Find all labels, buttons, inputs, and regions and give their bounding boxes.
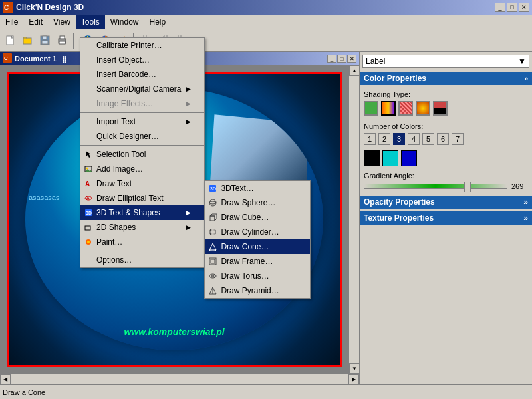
close-button[interactable]: ✕ [519, 3, 529, 12]
svg-rect-5 [23, 37, 27, 39]
right-panel: Label ▼ Color Properties » Shading Type:… [359, 52, 532, 384]
slider-thumb[interactable] [464, 182, 471, 192]
num-color-2[interactable]: 2 [378, 133, 390, 145]
texture-props-arrow: » [523, 213, 528, 223]
submenu-frame[interactable]: Draw Frame… [205, 254, 310, 269]
scroll-right-button[interactable]: ▶ [348, 374, 359, 385]
swatch-cyan[interactable] [382, 150, 398, 166]
scroll-up-button[interactable]: ▲ [349, 65, 359, 76]
menu-add-image[interactable]: Add Image… [80, 162, 204, 176]
shading-gradient[interactable] [381, 101, 396, 116]
menu-draw-elliptical[interactable]: A Draw Elliptical Text [80, 191, 204, 205]
maximize-button[interactable]: □ [507, 3, 517, 12]
shading-texture[interactable] [398, 101, 413, 116]
sphere-icon [207, 198, 218, 208]
minimize-button[interactable]: _ [495, 3, 505, 12]
scrollbar-bottom[interactable]: ◀ ▶ [0, 374, 359, 384]
menu-3d-text[interactable]: 3D 3D Text & Shapes ▶ [80, 205, 204, 220]
open-button[interactable] [20, 33, 36, 49]
scroll-track-bottom[interactable] [11, 374, 348, 384]
3d-text-icon: 3D [83, 207, 94, 218]
swatch-blue[interactable] [401, 150, 417, 166]
submenu-torus-label: Draw Torus… [221, 271, 269, 281]
selection-tool-icon [83, 149, 94, 160]
menu-selection-tool[interactable]: Selection Tool [80, 147, 204, 162]
submenu-torus[interactable]: Draw Torus… [205, 269, 310, 283]
menu-insert-barcode[interactable]: Insert Barcode… [80, 67, 204, 82]
color-props-content: Shading Type: Number of Colors: 1 2 3 4 … [360, 86, 532, 194]
print-button[interactable] [55, 33, 70, 49]
num-colors-label: Number of Colors: [364, 122, 528, 130]
doc-grip: ⣿ [62, 55, 66, 63]
menu-tools[interactable]: Tools [76, 15, 105, 29]
svg-text:3D: 3D [210, 186, 216, 191]
scroll-track-right[interactable] [349, 76, 359, 363]
menu-options[interactable]: Options… [80, 253, 204, 267]
menu-sep-2 [80, 145, 204, 146]
swatch-black[interactable] [364, 150, 380, 166]
scrollbar-right[interactable]: ▲ ▼ [348, 65, 359, 374]
scroll-down-button[interactable]: ▼ [349, 363, 359, 374]
color-props-section[interactable]: Color Properties » [360, 72, 532, 85]
menu-file[interactable]: File [0, 15, 23, 29]
menu-sep-3 [80, 251, 204, 251]
shading-radial[interactable] [416, 101, 430, 116]
submenu-cylinder-label: Draw Cylinder… [221, 227, 279, 237]
menu-window[interactable]: Window [105, 15, 144, 29]
color-props-arrow: » [524, 75, 528, 82]
new-button[interactable] [3, 33, 19, 49]
calibrate-label: Calibrate Printer… [96, 41, 162, 50]
label-select[interactable]: Label ▼ [362, 55, 529, 68]
num-color-1[interactable]: 1 [364, 133, 376, 145]
paint-label: Paint… [96, 237, 122, 247]
disc-bottom-text: www.komputerswiat.pl [25, 327, 323, 337]
doc-minimize[interactable]: _ [327, 55, 336, 63]
3d-text-label: 3D Text & Shapes [96, 208, 160, 217]
opacity-props-section[interactable]: Opacity Properties » [360, 196, 532, 209]
submenu-frame-label: Draw Frame… [221, 257, 273, 266]
doc-maximize[interactable]: □ [337, 55, 346, 63]
num-color-4[interactable]: 4 [408, 133, 420, 145]
menu-paint[interactable]: Paint… [80, 235, 204, 249]
submenu-pyramid[interactable]: Draw Pyramid… [205, 283, 310, 298]
menu-insert-obj[interactable]: Insert Object… [80, 53, 204, 67]
svg-rect-11 [59, 41, 65, 44]
svg-rect-41 [85, 226, 90, 230]
menu-edit[interactable]: Edit [23, 15, 48, 29]
save-button[interactable] [37, 33, 53, 49]
svg-text:A: A [86, 196, 90, 200]
submenu-cube[interactable]: Draw Cube… [205, 210, 310, 225]
submenu-cube-label: Draw Cube… [221, 213, 269, 222]
color-swatches [364, 150, 528, 166]
submenu-cone[interactable]: Draw Cone… [205, 239, 310, 254]
shading-options [364, 101, 528, 116]
draw-text-icon: A [83, 178, 94, 189]
gradient-slider-row: 269 [364, 182, 528, 190]
num-color-6[interactable]: 6 [437, 133, 449, 145]
menu-help[interactable]: Help [144, 15, 172, 29]
menu-calibrate[interactable]: Calibrate Printer… [80, 38, 204, 53]
scroll-left-button[interactable]: ◀ [0, 374, 11, 385]
svg-marker-35 [85, 169, 92, 172]
menu-2d-shapes[interactable]: 2D Shapes ▶ [80, 220, 204, 235]
num-color-7[interactable]: 7 [452, 133, 464, 145]
menu-import-text[interactable]: Import Text ▶ [80, 114, 204, 129]
num-color-5[interactable]: 5 [422, 133, 434, 145]
shading-solid[interactable] [364, 101, 378, 116]
menu-view[interactable]: View [48, 15, 76, 29]
2d-shapes-icon [83, 222, 94, 233]
num-color-3[interactable]: 3 [393, 133, 405, 145]
gradient-slider[interactable] [364, 184, 507, 189]
submenu-cylinder[interactable]: Draw Cylinder… [205, 225, 310, 239]
doc-close[interactable]: ✕ [347, 55, 356, 63]
submenu-sphere[interactable]: Draw Sphere… [205, 196, 310, 210]
insert-barcode-label: Insert Barcode… [96, 70, 156, 79]
texture-props-section[interactable]: Texture Properties » [360, 211, 532, 225]
menu-scanner[interactable]: Scanner/Digital Camera ▶ [80, 82, 204, 96]
submenu-3dtext[interactable]: 3D 3DText… [205, 181, 310, 196]
status-text: Draw a Cone [3, 388, 45, 396]
menu-draw-text[interactable]: A Draw Text [80, 176, 204, 191]
submenu-3dtext-label: 3DText… [221, 184, 253, 193]
menu-quick-designer[interactable]: Quick Designer… [80, 129, 204, 144]
shading-multi[interactable] [433, 101, 448, 116]
